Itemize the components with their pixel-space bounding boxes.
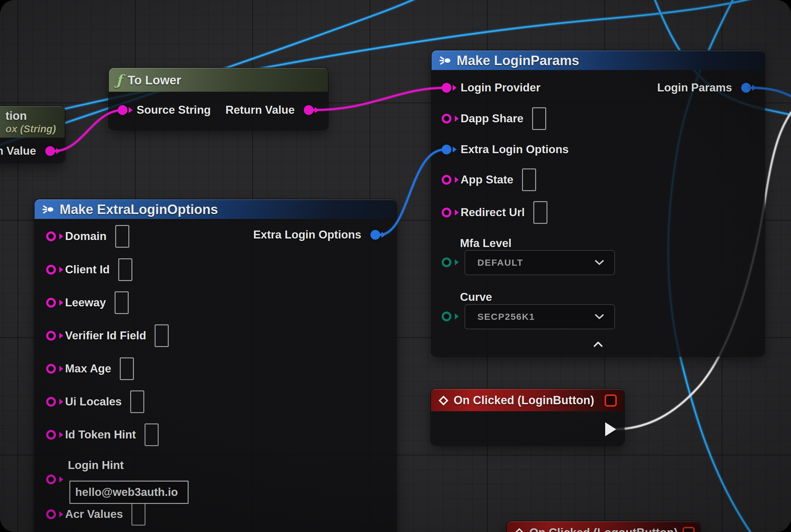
wire-string-return-to-source[interactable] xyxy=(54,110,123,151)
wire-struct-extra-login-options[interactable] xyxy=(380,150,445,235)
blueprint-canvas[interactable]: tion ox (String) eturn Value ƒ To Lower … xyxy=(0,0,791,532)
wire-struct-login-params-out[interactable] xyxy=(749,88,791,101)
wire-layer-front xyxy=(0,0,791,532)
wire-string-tolower-to-provider[interactable] xyxy=(313,88,446,110)
